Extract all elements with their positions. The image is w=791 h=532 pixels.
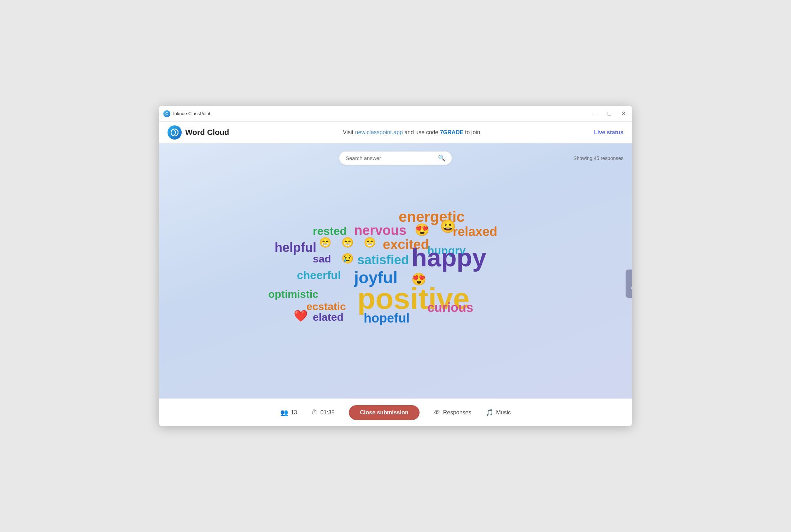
header: Word Cloud Visit new.classpoint.app and … (159, 122, 632, 143)
footer: 👥 13 ⏱ 01:35 Close submission 👁 Response… (159, 398, 632, 426)
word-cloud-word: rested (313, 225, 347, 237)
timer-item: ⏱ 01:35 (311, 409, 335, 416)
search-input[interactable] (346, 155, 438, 161)
word-cloud-word: elated (313, 312, 344, 323)
title-bar: C Inknoe ClassPoint — □ ✕ (159, 106, 632, 122)
app-window: C Inknoe ClassPoint — □ ✕ Word Cloud Vis… (159, 106, 632, 426)
responses-icon: 👁 (434, 409, 440, 416)
class-code: 7GRADE (440, 129, 464, 135)
visit-text: Visit (343, 129, 353, 135)
search-bar: 🔍 (339, 151, 452, 165)
word-cloud-word: 😁 (364, 238, 376, 248)
word-cloud: energeticnervous😍rested😁😁😁excited😀relaxe… (159, 169, 632, 398)
participant-count-item: 👥 13 (280, 409, 297, 416)
search-icon: 🔍 (438, 154, 445, 162)
word-cloud-word: nervous (354, 224, 406, 237)
close-button[interactable]: ✕ (619, 110, 628, 118)
maximize-button[interactable]: □ (605, 110, 614, 118)
word-cloud-word: helpful (275, 241, 316, 254)
word-cloud-word: ❤️ (294, 310, 308, 321)
word-cloud-word: 😢 (341, 254, 354, 264)
music-item[interactable]: 🎵 Music (486, 409, 511, 416)
word-cloud-word: ecstatic (306, 301, 346, 312)
join-text: to join (465, 129, 480, 135)
minimize-button[interactable]: — (591, 110, 599, 118)
music-icon: 🎵 (486, 409, 493, 416)
main-content: 🔍 Showing 45 responses energeticnervous😍… (159, 143, 632, 398)
timer-value: 01:35 (321, 409, 335, 416)
search-area: 🔍 Showing 45 responses (159, 143, 632, 169)
participants-icon: 👥 (280, 409, 288, 416)
classpoint-url[interactable]: new.classpoint.app (355, 129, 403, 135)
logo-area: Word Cloud (168, 125, 229, 140)
window-controls: — □ ✕ (591, 110, 628, 118)
word-cloud-word: sad (313, 254, 331, 264)
side-arrow[interactable]: ∣› (626, 270, 632, 298)
word-cloud-word: curious (427, 301, 473, 314)
word-cloud-inner: energeticnervous😍rested😁😁😁excited😀relaxe… (236, 195, 555, 372)
response-count: Showing 45 responses (573, 155, 623, 161)
connector-text: and use code (404, 129, 440, 135)
header-center: Visit new.classpoint.app and use code 7G… (229, 129, 594, 136)
word-cloud-word: 😍 (415, 224, 429, 236)
app-title: Inknoe ClassPoint (173, 111, 210, 116)
responses-item[interactable]: 👁 Responses (434, 409, 471, 416)
word-cloud-word: relaxed (453, 225, 497, 238)
word-cloud-word: satisfied (357, 254, 409, 266)
logo-icon (168, 125, 182, 140)
timer-icon: ⏱ (311, 409, 318, 416)
word-cloud-word: 😁 (341, 238, 354, 248)
word-cloud-word: optimistic (268, 289, 318, 300)
word-cloud-word: happy (411, 245, 486, 270)
participant-count: 13 (291, 409, 297, 416)
word-cloud-word: 😁 (319, 238, 332, 248)
word-cloud-word: cheerful (297, 270, 341, 281)
live-status-button[interactable]: Live status (594, 129, 623, 136)
app-icon: C (163, 110, 170, 117)
music-label: Music (496, 409, 511, 416)
word-cloud-word: hopeful (364, 312, 410, 325)
logo-title: Word Cloud (185, 128, 229, 137)
responses-label: Responses (443, 409, 471, 416)
close-submission-button[interactable]: Close submission (349, 405, 420, 420)
arrow-icon: ∣› (631, 276, 632, 291)
